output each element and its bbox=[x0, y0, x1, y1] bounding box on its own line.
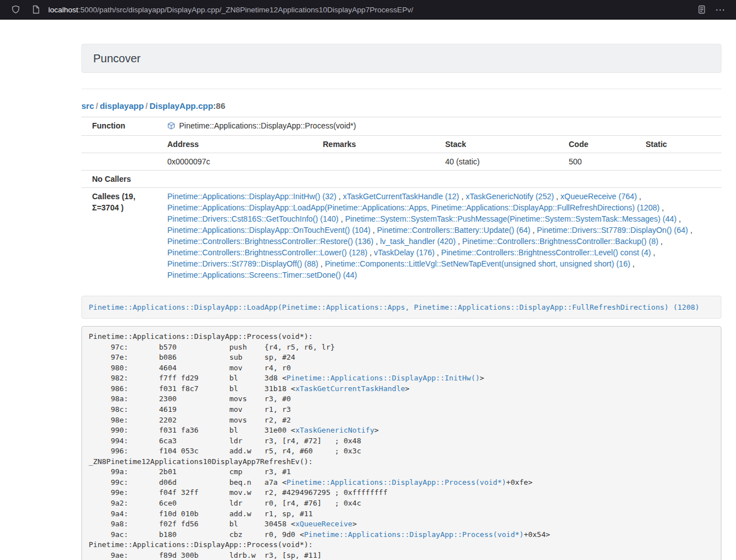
disassembly: Pinetime::Applications::DisplayApp::Proc… bbox=[81, 326, 721, 560]
reader-mode-icon[interactable] bbox=[697, 4, 707, 15]
callee-link[interactable]: Pinetime::Applications::Screens::Timer::… bbox=[167, 270, 357, 279]
cube-icon bbox=[167, 122, 175, 130]
breadcrumb-link[interactable]: displayapp bbox=[100, 101, 144, 111]
page-title: Puncover bbox=[93, 52, 141, 65]
function-name-cell: Pinetime::Applications::DisplayApp::Proc… bbox=[163, 117, 721, 136]
callee-link[interactable]: Pinetime::Components::LittleVgl::SetNewT… bbox=[325, 259, 630, 268]
stack-value: 40 (static) bbox=[441, 153, 564, 171]
shield-icon[interactable] bbox=[11, 4, 21, 15]
symbol-values-row: 0x0000097c 40 (static) 500 bbox=[81, 153, 721, 171]
column-header-stack: Stack bbox=[441, 136, 564, 153]
url-bar[interactable]: localhost:5000/path/src/displayapp/Displ… bbox=[48, 6, 692, 14]
empty-cell bbox=[81, 136, 163, 153]
callee-link[interactable]: Pinetime::Controllers::BrightnessControl… bbox=[167, 248, 367, 257]
breadcrumb-link[interactable]: DisplayApp.cpp bbox=[149, 101, 213, 111]
callees-label: Callees (19, Σ=3704 ) bbox=[81, 188, 163, 284]
breadcrumb-separator: / bbox=[94, 101, 100, 111]
callee-link[interactable]: vTaskDelay (176) bbox=[374, 248, 435, 257]
callee-link[interactable]: Pinetime::System::SystemTask::PushMessag… bbox=[345, 214, 677, 223]
breadcrumb-line-number: :86 bbox=[213, 101, 226, 111]
address-value: 0x0000097c bbox=[163, 153, 318, 171]
divider bbox=[81, 89, 721, 89]
callee-link[interactable]: xTaskGenericNotify (252) bbox=[465, 192, 554, 201]
remarks-value bbox=[318, 153, 441, 171]
function-table: Function Pinetime::Applications::Display… bbox=[81, 117, 721, 283]
function-name: Pinetime::Applications::DisplayApp::Proc… bbox=[179, 120, 356, 131]
callee-link[interactable]: xTaskGetCurrentTaskHandle (12) bbox=[343, 192, 459, 201]
page-content: Puncover src/displayapp/DisplayApp.cpp:8… bbox=[81, 44, 721, 560]
disassembly-symbol-link[interactable]: Pinetime::Applications::DisplayApp::Proc… bbox=[286, 478, 506, 486]
url-path: :5000/path/src/displayapp/DisplayApp.cpp… bbox=[78, 6, 413, 14]
breadcrumb: src/displayapp/DisplayApp.cpp:86 bbox=[81, 100, 721, 112]
disassembly-symbol-link[interactable]: Pinetime::Applications::DisplayApp::Proc… bbox=[304, 530, 524, 539]
callee-link[interactable]: xQueueReceive (764) bbox=[560, 192, 637, 201]
callee-link[interactable]: lv_task_handler (420) bbox=[380, 237, 456, 246]
column-header-static: Static bbox=[641, 136, 721, 153]
snippet-link[interactable]: Pinetime::Applications::DisplayApp::Load… bbox=[89, 303, 700, 311]
disassembly-symbol-link[interactable]: Pinetime::Applications::DisplayApp::Init… bbox=[286, 374, 479, 382]
code-value: 500 bbox=[564, 153, 641, 171]
columns-header-row: Address Remarks Stack Code Static bbox=[81, 136, 721, 153]
disassembly-symbol-link[interactable]: xQueueReceive bbox=[295, 520, 353, 528]
ellipsis-menu-icon[interactable]: ⋯ bbox=[712, 5, 728, 15]
browser-toolbar: localhost:5000/path/src/displayapp/Displ… bbox=[0, 0, 736, 20]
callee-link[interactable]: Pinetime::Applications::DisplayApp::Init… bbox=[167, 192, 336, 201]
function-row: Function Pinetime::Applications::Display… bbox=[81, 117, 721, 136]
callee-link[interactable]: Pinetime::Controllers::Battery::Update()… bbox=[377, 226, 531, 235]
callee-link[interactable]: Pinetime::Controllers::BrightnessControl… bbox=[441, 248, 651, 257]
callees-row: Callees (19, Σ=3704 ) Pinetime::Applicat… bbox=[81, 188, 721, 284]
no-callers-row: No Callers bbox=[81, 171, 721, 188]
callee-link[interactable]: Pinetime::Drivers::St7789::DisplayOff() … bbox=[167, 259, 318, 268]
url-host: localhost bbox=[48, 6, 78, 14]
jumbotron: Puncover bbox=[81, 44, 721, 73]
callee-link[interactable]: Pinetime::Drivers::Cst816S::GetTouchInfo… bbox=[167, 214, 339, 223]
function-label: Function bbox=[81, 117, 163, 136]
disassembly-symbol-link[interactable]: xTaskGetCurrentTaskHandle bbox=[295, 384, 405, 393]
document-icon[interactable] bbox=[31, 4, 41, 15]
callee-link[interactable]: Pinetime::Controllers::BrightnessControl… bbox=[167, 237, 373, 246]
column-header-remarks: Remarks bbox=[318, 136, 441, 153]
no-callers-label: No Callers bbox=[81, 171, 163, 188]
static-value bbox=[641, 153, 721, 171]
toolbar-right-actions: ⋯ bbox=[692, 4, 728, 15]
callee-link[interactable]: Pinetime::Drivers::St7789::DisplayOn() (… bbox=[537, 226, 688, 235]
disassembly-symbol-link[interactable]: xTaskGenericNotify bbox=[295, 426, 374, 434]
column-header-address: Address bbox=[163, 136, 318, 153]
no-callers-cell bbox=[163, 171, 721, 188]
column-header-code: Code bbox=[564, 136, 641, 153]
snippet-panel: Pinetime::Applications::DisplayApp::Load… bbox=[81, 296, 721, 319]
callee-link[interactable]: Pinetime::Applications::DisplayApp::Load… bbox=[167, 203, 660, 212]
empty-cell bbox=[81, 153, 163, 171]
callees-cell: Pinetime::Applications::DisplayApp::Init… bbox=[163, 188, 721, 284]
breadcrumb-separator: / bbox=[144, 101, 149, 111]
breadcrumb-link[interactable]: src bbox=[81, 101, 94, 111]
callee-link[interactable]: Pinetime::Controllers::BrightnessControl… bbox=[462, 237, 658, 246]
callee-link[interactable]: Pinetime::Applications::DisplayApp::OnTo… bbox=[167, 226, 371, 235]
